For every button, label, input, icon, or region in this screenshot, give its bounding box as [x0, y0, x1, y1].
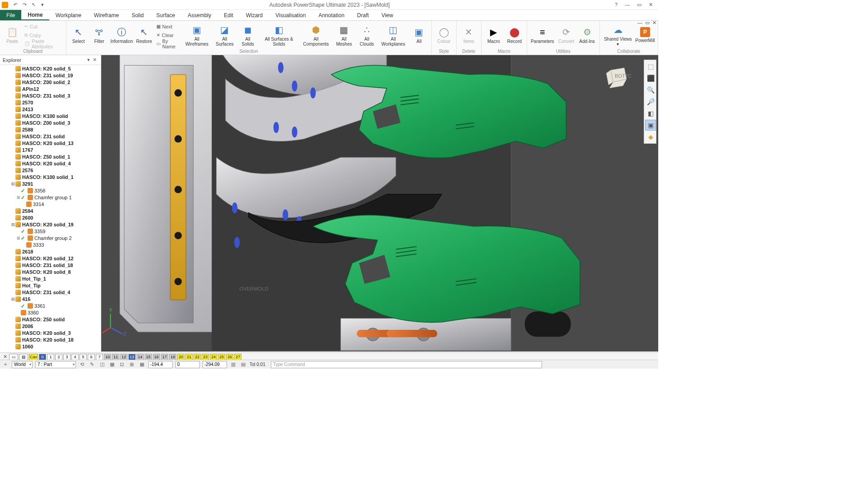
tab-view[interactable]: View — [375, 10, 400, 20]
layer-tool-icon[interactable]: ▤ — [19, 354, 28, 360]
tree-node[interactable]: 3314 — [0, 201, 101, 207]
view-cube-icon[interactable]: ◧ — [645, 108, 656, 119]
layer-12[interactable]: 12 — [120, 354, 127, 360]
coord-x[interactable]: -194.4 — [148, 361, 173, 368]
record-button[interactable]: ⬤Record — [505, 22, 524, 48]
tree-node[interactable]: HASCO: K20 solid_8 — [0, 268, 101, 275]
explorer-close-icon[interactable]: ✕ — [91, 57, 98, 63]
parameters-button[interactable]: ≡Parameters — [530, 22, 555, 48]
paste-button[interactable]: 📋Paste — [3, 22, 22, 48]
undo-icon[interactable]: ↶ — [12, 1, 19, 9]
tree-node[interactable]: HASCO: K20 solid_5 — [0, 65, 101, 72]
all-wireframes-button[interactable]: ▣All Wireframes — [183, 22, 211, 48]
tree-node[interactable]: HASCO: Z31 solid_18 — [0, 262, 101, 268]
powermill-button[interactable]: PPowerMill — [635, 22, 655, 48]
tree-node[interactable]: 2006 — [0, 323, 101, 329]
tab-assembly[interactable]: Assembly — [181, 10, 217, 20]
tree-node[interactable]: 2413 — [0, 106, 101, 113]
layers-close-icon[interactable]: ✕ — [2, 354, 8, 360]
layer-14[interactable]: 14 — [137, 354, 144, 360]
tree-node[interactable]: HASCO: Z50 solid — [0, 316, 101, 323]
view-persp-icon[interactable]: ◆ — [645, 131, 656, 142]
tree-node[interactable]: 3360 — [0, 309, 101, 316]
all-surfaces-solids-button[interactable]: ◧All Surfaces & Solids — [259, 22, 299, 48]
layer-20[interactable]: 20 — [177, 354, 184, 360]
layer-23[interactable]: 23 — [202, 354, 209, 360]
all-button[interactable]: ▣All — [410, 22, 429, 48]
explorer-pin-icon[interactable]: ▾ — [86, 57, 91, 63]
command-input[interactable]: Type Command — [271, 361, 542, 368]
layer-25[interactable]: 25 — [218, 354, 225, 360]
layer-24[interactable]: 24 — [210, 354, 217, 360]
file-menu[interactable]: File — [0, 10, 21, 20]
tree-node[interactable]: ⊞Chamfer group 2 — [0, 235, 101, 241]
macro-button[interactable]: ▶Macro — [484, 22, 503, 48]
tab-solid[interactable]: Solid — [125, 10, 150, 20]
tree-node[interactable]: 2600 — [0, 214, 101, 221]
layer-21[interactable]: 21 — [185, 354, 193, 360]
tree-node[interactable]: HASCO: Z31 solid — [0, 133, 101, 140]
tree-node[interactable]: HASCO: Z50 solid_1 — [0, 153, 101, 160]
status-icon[interactable]: ⊞ — [128, 361, 136, 368]
maximize-icon[interactable]: ▭ — [635, 2, 643, 8]
tree-node[interactable]: HASCO: K20 solid_18 — [0, 336, 101, 343]
part-dropdown[interactable]: 7 : Part — [35, 361, 76, 368]
coord-z[interactable]: -294.09 — [203, 361, 227, 368]
view-iso-icon[interactable]: ⬚ — [645, 61, 656, 72]
tree-node[interactable]: HASCO: K20 solid_12 — [0, 255, 101, 262]
doc-close-icon[interactable]: ✕ — [652, 20, 656, 26]
tree-node[interactable]: APin12 — [0, 85, 101, 92]
tree-node[interactable]: 2588 — [0, 126, 101, 133]
tree-node[interactable]: HASCO: K100 solid — [0, 113, 101, 119]
next-button[interactable]: ▦ Next — [156, 23, 181, 31]
convert-button[interactable]: ⟳Convert — [557, 22, 576, 48]
tree-node[interactable]: HASCO: K20 solid_13 — [0, 140, 101, 146]
tree-node[interactable]: 1767 — [0, 146, 101, 153]
addins-button[interactable]: ⚙Add-Ins — [578, 22, 597, 48]
redo-icon[interactable]: ↷ — [21, 1, 28, 9]
status-icon[interactable]: ⟲ — [79, 361, 86, 368]
tree-node[interactable]: 2618 — [0, 248, 101, 255]
tree-node[interactable]: HASCO: Z00 solid_2 — [0, 79, 101, 85]
layer-22[interactable]: 22 — [193, 354, 201, 360]
tab-workplane[interactable]: Workplane — [49, 10, 88, 20]
layer-3[interactable]: 3 — [63, 354, 71, 360]
tree-node[interactable]: 2594 — [0, 207, 101, 214]
layer-26[interactable]: 26 — [226, 354, 233, 360]
all-solids-button[interactable]: ◼All Solids — [238, 22, 257, 48]
tab-surface[interactable]: Surface — [150, 10, 181, 20]
tree-node[interactable]: ⊟416 — [0, 296, 101, 302]
select-button[interactable]: ↖Select — [69, 22, 88, 48]
coord-y[interactable]: 0 — [175, 361, 200, 368]
layer-0[interactable]: 0 — [39, 354, 46, 360]
tree-node[interactable]: 3361 — [0, 302, 101, 309]
layer-11[interactable]: 11 — [112, 354, 119, 360]
view-shaded-icon[interactable]: ▣ — [645, 120, 656, 131]
cut-button[interactable]: ✂ Cut — [24, 23, 63, 31]
status-icon[interactable]: ▤ — [240, 361, 247, 368]
all-meshes-button[interactable]: ▦All Meshes — [333, 22, 355, 48]
tab-wireframe[interactable]: Wireframe — [88, 10, 125, 20]
tree-node[interactable]: HASCO: Z31 solid_3 — [0, 92, 101, 99]
layer-16[interactable]: 16 — [153, 354, 160, 360]
layer-tool-icon[interactable]: ▭ — [9, 354, 18, 360]
all-surfaces-button[interactable]: ◪All Surfaces — [213, 22, 236, 48]
help-icon[interactable]: ? — [613, 2, 619, 8]
tab-annotation[interactable]: Annotation — [312, 10, 350, 20]
tree-node[interactable]: 2570 — [0, 99, 101, 106]
tree-node[interactable]: HASCO: K20 solid_4 — [0, 160, 101, 167]
status-icon[interactable]: ▦ — [108, 361, 116, 368]
colour-button[interactable]: ◯Colour — [434, 22, 453, 48]
layer-cav-button[interactable]: Cav — [29, 354, 38, 360]
tab-draft[interactable]: Draft — [351, 10, 375, 20]
layer-4[interactable]: 4 — [71, 354, 79, 360]
tree-node[interactable]: HASCO: K20 solid_3 — [0, 329, 101, 336]
layer-2[interactable]: 2 — [55, 354, 62, 360]
view-wire-icon[interactable]: ⬛ — [645, 73, 656, 84]
qat-dropdown-icon[interactable]: ▾ — [39, 1, 46, 9]
status-icon[interactable]: ◫ — [99, 361, 106, 368]
tree-node[interactable]: 3359 — [0, 228, 101, 235]
world-dropdown[interactable]: World — [12, 361, 33, 368]
explorer-tree[interactable]: HASCO: K20 solid_5HASCO: Z31 solid_19HAS… — [0, 65, 101, 352]
tree-node[interactable]: ⊟HASCO: K20 solid_19 — [0, 221, 101, 228]
